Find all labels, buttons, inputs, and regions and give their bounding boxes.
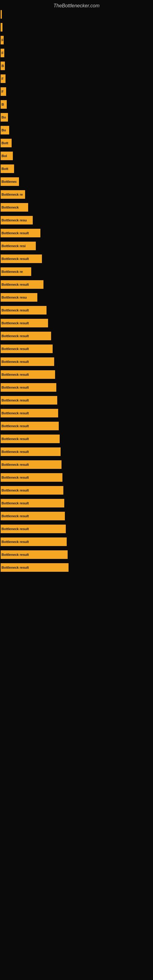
bar-label: Bottleneck result: [2, 566, 29, 569]
bar-label: Bottleneck result: [2, 321, 29, 325]
bar-label: Bottleneck result: [2, 540, 29, 544]
bar-row: Bottleneck result: [0, 409, 153, 417]
bar: Bottleneck result: [1, 563, 69, 572]
bar-row: Bottleneck result: [0, 319, 153, 328]
bar-label: Bottleneck result: [2, 501, 29, 505]
bar-row: Bottleneck result: [0, 370, 153, 379]
bar: Bottleneck result: [1, 525, 66, 533]
bar: Bol: [1, 151, 13, 160]
bar-row: Bottleneck result: [0, 345, 153, 353]
bar-label: Bo: [2, 128, 6, 132]
bar: Bottleneck result: [1, 255, 42, 263]
bar-row: Bottleneck result: [0, 512, 153, 520]
bar: Bott: [1, 164, 14, 173]
bar-row: Bottleneck result: [0, 434, 153, 443]
bar: [1, 10, 2, 19]
bar: F: [1, 49, 4, 57]
bar-row: Bottleneck resi: [0, 242, 153, 250]
bar-label: Bottleneck result: [2, 488, 29, 492]
bar: Bo: [1, 126, 9, 134]
bar-row: B: [0, 100, 153, 109]
bar-label: Bottleneck result: [2, 347, 29, 351]
bar: Bottleneck result: [1, 345, 53, 353]
chart-container: FFBFFBBoBoBottBolBottBottlenecBottleneck…: [0, 10, 153, 576]
bar-row: Bottleneck result: [0, 280, 153, 289]
bar-row: Bottleneck result: [0, 550, 153, 559]
bar: F: [1, 36, 4, 45]
bar: Bottleneck result: [1, 538, 67, 546]
bar: Bottleneck resu: [1, 216, 33, 224]
bar-label: B: [2, 64, 4, 68]
bar: Bottleneck resi: [1, 242, 36, 250]
bar: Bottleneck result: [1, 473, 62, 482]
bar: Bottleneck result: [1, 434, 60, 443]
bar-row: Bottleneck result: [0, 383, 153, 392]
bar: Bottleneck result: [1, 229, 40, 237]
bar: Bottleneck result: [1, 499, 64, 508]
bar-label: Bottleneck result: [2, 360, 29, 364]
bar-label: Bottleneck result: [2, 437, 29, 441]
bar: Bottleneck result: [1, 396, 57, 404]
bar-label: Bottleneck resu: [2, 218, 27, 222]
bar-label: F: [2, 38, 4, 42]
bar: Bottleneck: [1, 203, 28, 212]
bar-row: Bottleneck result: [0, 525, 153, 533]
bar-row: Bottleneck result: [0, 357, 153, 366]
bar-row: [0, 10, 153, 19]
bar-label: Bott: [2, 141, 8, 145]
bar-row: Bol: [0, 151, 153, 160]
bar-row: Bottleneck result: [0, 486, 153, 495]
bar: Bo: [1, 113, 8, 122]
bar-row: B: [0, 62, 153, 70]
bar-row: Bottleneck resu: [0, 216, 153, 224]
bar-row: Bottleneck result: [0, 396, 153, 404]
bar-row: F: [0, 36, 153, 45]
bar-row: Bo: [0, 113, 153, 122]
bar: B: [1, 62, 5, 70]
bar-row: Bottleneck re: [0, 190, 153, 199]
bar: Bottleneck result: [1, 383, 56, 392]
bar-label: Bottleneck result: [2, 463, 29, 466]
bar: Bottleneck result: [1, 357, 54, 366]
bar-row: Bottleneck result: [0, 306, 153, 315]
bar-row: F: [0, 49, 153, 57]
bar-row: Bottleneck result: [0, 460, 153, 469]
bar-row: Bottleneck re: [0, 267, 153, 276]
bar-label: Bottleneck re: [2, 192, 23, 196]
bar: Bottlenec: [1, 177, 19, 186]
bar-row: Bott: [0, 164, 153, 173]
bar-label: Bo: [2, 115, 6, 119]
bar-label: Bottleneck: [2, 205, 19, 209]
bar-row: Bottleneck result: [0, 255, 153, 263]
bar-label: Bottleneck resi: [2, 244, 26, 248]
bar-label: Bottleneck result: [2, 411, 29, 415]
bar-label: Bottleneck result: [2, 334, 29, 338]
bar-row: Bottlenec: [0, 177, 153, 186]
bar-label: Bottleneck result: [2, 283, 29, 286]
bar: Bottleneck resu: [1, 293, 37, 302]
bar-row: Bott: [0, 139, 153, 147]
bar-row: Bottleneck resu: [0, 293, 153, 302]
bar-row: F: [0, 75, 153, 83]
bar-label: Bottleneck re: [2, 270, 23, 274]
bar: Bottleneck result: [1, 512, 65, 520]
bar: Bottleneck result: [1, 370, 55, 379]
bar-label: F: [2, 77, 4, 81]
bar-row: Bo: [0, 126, 153, 134]
bar: Bottleneck result: [1, 319, 48, 328]
bar-row: Bottleneck result: [0, 422, 153, 430]
bar-row: Bottleneck result: [0, 332, 153, 340]
site-header: TheBottlenecker.com: [0, 0, 153, 10]
bar-label: Bottleneck result: [2, 257, 29, 261]
bar-row: Bottleneck result: [0, 563, 153, 572]
bar-label: Bottleneck result: [2, 476, 29, 479]
bar-row: F: [0, 87, 153, 96]
bar-row: Bottleneck: [0, 203, 153, 212]
bar-label: F: [2, 90, 4, 94]
bar-label: Bottleneck result: [2, 231, 29, 235]
bar-row: Bottleneck result: [0, 473, 153, 482]
bar-label: Bol: [2, 154, 7, 158]
bar: B: [1, 100, 7, 109]
bar: Bott: [1, 139, 12, 147]
bar-row: Bottleneck result: [0, 499, 153, 508]
